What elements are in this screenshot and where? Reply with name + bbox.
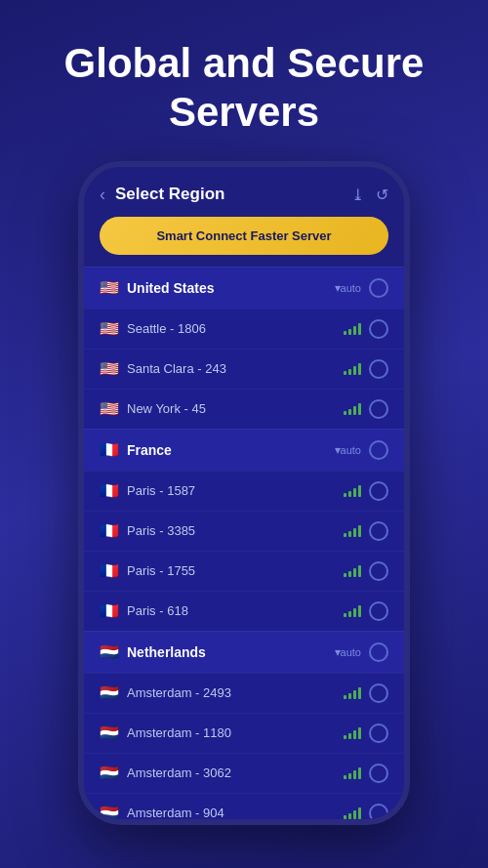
nl-flag-s3: 🇳🇱 (100, 764, 119, 782)
signal-bars (344, 605, 361, 617)
server-row[interactable]: 🇫🇷 Paris - 1755 (84, 551, 404, 591)
server-name: Seattle - 1806 (127, 321, 344, 336)
connect-circle[interactable] (369, 764, 388, 783)
connect-circle[interactable] (369, 278, 388, 298)
signal-bars (344, 403, 361, 415)
nl-flag-s1: 🇳🇱 (100, 683, 119, 702)
server-name: Paris - 3385 (127, 523, 344, 538)
connect-circle[interactable] (369, 399, 388, 419)
server-row[interactable]: 🇳🇱 Amsterdam - 904 (84, 793, 404, 819)
us-flag-s2: 🇺🇸 (100, 359, 119, 378)
auto-badge: auto (341, 444, 361, 456)
server-row[interactable]: 🇺🇸 New York - 45 (84, 389, 404, 429)
fr-flag-s3: 🇫🇷 (100, 561, 119, 580)
screen-title: Select Region (115, 185, 351, 204)
server-name: Santa Clara - 243 (127, 361, 344, 376)
refresh-icon[interactable]: ↺ (376, 186, 388, 204)
nl-flag: 🇳🇱 (100, 642, 119, 661)
phone-mockup: ‹ Select Region ⤓ ↺ Smart Connect Faster… (78, 161, 410, 825)
connect-circle[interactable] (369, 440, 388, 460)
nl-flag-s4: 🇳🇱 (100, 804, 119, 819)
server-name: Paris - 618 (127, 603, 344, 618)
phone-screen: ‹ Select Region ⤓ ↺ Smart Connect Faster… (84, 167, 404, 819)
server-name: Amsterdam - 2493 (127, 685, 344, 700)
page-title: Global and Secure Servers (29, 39, 459, 138)
connect-circle[interactable] (369, 521, 388, 541)
server-name: New York - 45 (127, 401, 344, 416)
signal-bars (344, 687, 361, 699)
server-row[interactable]: 🇳🇱 Amsterdam - 2493 (84, 673, 404, 713)
server-row[interactable]: 🇺🇸 Seattle - 1806 (84, 309, 404, 349)
server-list: 🇺🇸 United States ▾ auto 🇺🇸 Seattle - 180… (84, 267, 404, 819)
signal-bars (344, 363, 361, 375)
server-row[interactable]: 🇳🇱 Amsterdam - 3062 (84, 753, 404, 793)
connect-circle[interactable] (369, 723, 388, 743)
signal-bars (344, 807, 361, 819)
server-row[interactable]: 🇫🇷 Paris - 1587 (84, 471, 404, 511)
server-name: Amsterdam - 1180 (127, 725, 344, 740)
country-row[interactable]: 🇺🇸 United States ▾ auto (84, 267, 404, 309)
screen-header: ‹ Select Region ⤓ ↺ (84, 167, 404, 217)
connect-circle[interactable] (369, 561, 388, 581)
fr-flag-s4: 🇫🇷 (100, 601, 119, 620)
country-name: United States (127, 280, 331, 296)
signal-bars (344, 727, 361, 739)
server-name: Amsterdam - 904 (127, 806, 344, 819)
smart-connect-button[interactable]: Smart Connect Faster Server (100, 217, 388, 255)
server-row[interactable]: 🇳🇱 Amsterdam - 1180 (84, 713, 404, 753)
connect-circle[interactable] (369, 359, 388, 379)
fr-flag-s2: 🇫🇷 (100, 521, 119, 540)
fr-flag: 🇫🇷 (100, 440, 119, 459)
us-flag-s3: 🇺🇸 (100, 399, 119, 418)
connect-circle[interactable] (369, 319, 388, 339)
country-row[interactable]: 🇫🇷 France ▾ auto (84, 429, 404, 471)
country-name: Netherlands (127, 644, 331, 660)
page-header: Global and Secure Servers (0, 0, 488, 161)
connect-circle[interactable] (369, 481, 388, 501)
country-row[interactable]: 🇳🇱 Netherlands ▾ auto (84, 631, 404, 673)
connect-circle[interactable] (369, 642, 388, 662)
signal-bars (344, 525, 361, 537)
signal-bars (344, 565, 361, 577)
signal-bars (344, 323, 361, 335)
auto-badge: auto (341, 646, 361, 658)
signal-bars (344, 485, 361, 497)
server-name: Paris - 1587 (127, 483, 344, 498)
signal-bars (344, 767, 361, 779)
back-button[interactable]: ‹ (100, 185, 105, 205)
connect-circle[interactable] (369, 804, 388, 819)
connect-circle[interactable] (369, 683, 388, 703)
us-flag: 🇺🇸 (100, 278, 119, 297)
download-icon[interactable]: ⤓ (351, 186, 364, 204)
server-row[interactable]: 🇺🇸 Santa Clara - 243 (84, 349, 404, 389)
server-row[interactable]: 🇫🇷 Paris - 618 (84, 591, 404, 631)
us-flag-s1: 🇺🇸 (100, 319, 119, 338)
server-row[interactable]: 🇫🇷 Paris - 3385 (84, 511, 404, 551)
nl-flag-s2: 🇳🇱 (100, 723, 119, 742)
fr-flag-s1: 🇫🇷 (100, 481, 119, 500)
connect-circle[interactable] (369, 601, 388, 621)
server-name: Amsterdam - 3062 (127, 765, 344, 780)
server-name: Paris - 1755 (127, 563, 344, 578)
header-icons: ⤓ ↺ (351, 186, 388, 204)
country-name: France (127, 442, 331, 458)
auto-badge: auto (341, 282, 361, 294)
